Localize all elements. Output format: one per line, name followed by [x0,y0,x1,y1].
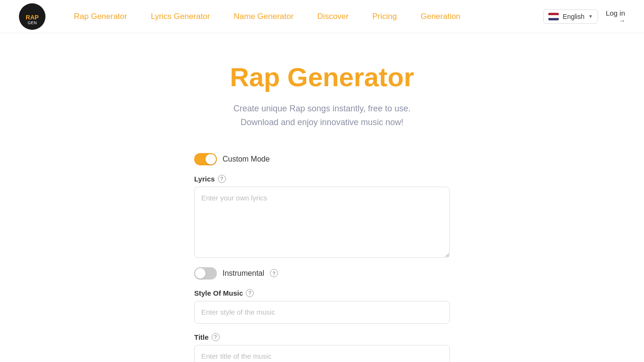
site-header: RAP GEN Rap Generator Lyrics Generator N… [0,0,644,33]
main-nav: Rap Generator Lyrics Generator Name Gene… [74,12,543,21]
main-content: Rap Generator Create unique Rap songs in… [0,33,644,362]
lyrics-textarea[interactable] [194,187,450,258]
custom-mode-label: Custom Mode [223,155,270,163]
instrumental-toggle[interactable] [194,267,217,280]
nav-pricing[interactable]: Pricing [372,12,397,21]
style-help-icon[interactable]: ? [246,289,254,297]
title-input[interactable] [194,345,450,362]
title-label: Title ? [194,333,450,341]
nav-name-generator[interactable]: Name Generator [233,12,294,21]
lyrics-help-icon[interactable]: ? [218,175,226,183]
lyrics-group: Lyrics ? [194,175,450,258]
style-label: Style Of Music ? [194,289,450,297]
instrumental-label: Instrumental [223,269,264,278]
logo[interactable]: RAP GEN [19,3,45,30]
page-subtitle: Create unique Rap songs instantly, free … [233,102,411,129]
toggle-knob [206,154,216,164]
login-arrow-icon: → [606,17,625,24]
nav-discover[interactable]: Discover [317,12,349,21]
lyrics-label: Lyrics ? [194,175,450,183]
chevron-down-icon: ▼ [588,14,593,19]
instrumental-help-icon[interactable]: ? [270,269,278,277]
style-group: Style Of Music ? [194,289,450,324]
nav-rap-generator[interactable]: Rap Generator [74,12,127,21]
style-input[interactable] [194,301,450,324]
custom-mode-toggle[interactable] [194,153,217,165]
form-container: Custom Mode Lyrics ? Instrumental ? Styl… [194,153,450,362]
header-right: English ▼ Log in → [543,9,625,24]
nav-generation[interactable]: Generation [420,12,460,21]
language-selector[interactable]: English ▼ [543,9,598,24]
flag-icon [548,13,559,20]
svg-text:RAP: RAP [26,14,39,21]
instrumental-toggle-knob [195,268,206,279]
svg-text:GEN: GEN [27,20,37,25]
login-button[interactable]: Log in → [606,9,625,24]
custom-mode-row: Custom Mode [194,153,450,165]
nav-lyrics-generator[interactable]: Lyrics Generator [151,12,210,21]
login-label: Log in [606,9,625,17]
lang-label: English [563,13,584,20]
title-help-icon[interactable]: ? [212,333,220,341]
instrumental-row: Instrumental ? [194,267,450,280]
title-group: Title ? [194,333,450,362]
page-title: Rap Generator [230,62,414,92]
